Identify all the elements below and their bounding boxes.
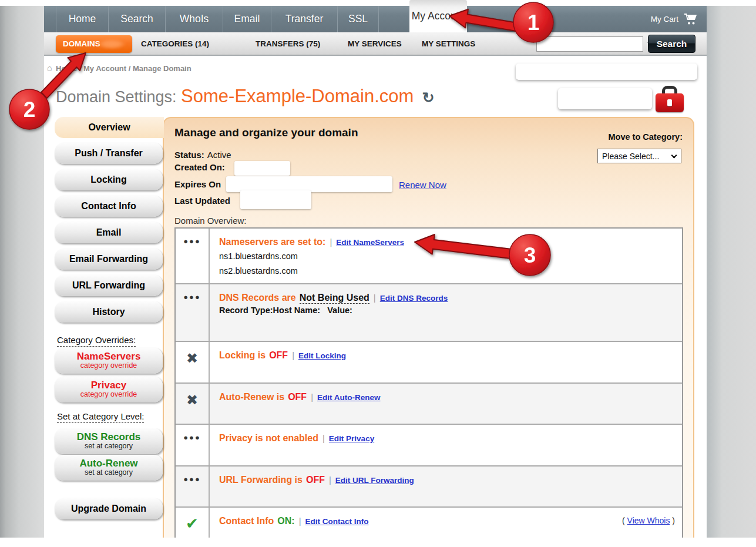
subnav-domains-button[interactable]: DOMAINS — [56, 35, 132, 53]
edit-locking-link[interactable]: Edit Locking — [298, 351, 346, 360]
expires-on-line: Expires On — [174, 179, 221, 189]
sidebar-tab-email-forwarding[interactable]: Email Forwarding — [55, 249, 163, 270]
expires-on-label: Expires On — [174, 179, 221, 189]
redaction-smear — [93, 38, 130, 51]
redacted-expires-date — [226, 176, 392, 192]
row-body: Locking isOFF|Edit Locking — [210, 342, 346, 382]
redacted-box-header — [516, 63, 697, 80]
breadcrumb[interactable]: Home / My Account / Manage Domain — [56, 64, 191, 73]
ellipsis-icon: ●●● — [183, 293, 201, 301]
my-cart-label: My Cart — [651, 15, 678, 24]
subnav-categories[interactable]: CATEGORIES (14) — [141, 32, 209, 56]
sidebar-tab-contact-info[interactable]: Contact Info — [55, 196, 163, 217]
row-title: URL Forwarding is — [219, 475, 303, 485]
renew-now-link[interactable]: Renew Now — [399, 180, 446, 190]
dns-record-columns: Record Type:Host Name: Value: — [219, 306, 448, 315]
top-navigation-bar: Home Search WhoIs Email Transfer SSL My … — [44, 6, 707, 32]
my-cart[interactable]: My Cart — [651, 6, 699, 32]
override-subtitle: category override — [80, 362, 137, 370]
sub-navigation-bar: DOMAINS CATEGORIES (14) TRANSFERS (75) M… — [44, 32, 707, 56]
table-row-privacy: ●●● Privacy is not enabled|Edit Privacy — [176, 425, 682, 467]
sidebar-tab-nameservers-override[interactable]: NameServers category override — [55, 348, 163, 374]
nav-tab-transfer[interactable]: Transfer — [271, 6, 338, 32]
toolbox-icon[interactable] — [656, 86, 684, 112]
table-row-contact-info: ✔ Contact InfoON:|Edit Contact Info ( Vi… — [176, 508, 682, 538]
move-to-category-label: Move to Category: — [609, 132, 683, 142]
last-updated-line: Last Updated — [174, 196, 230, 206]
separator: | — [329, 475, 331, 485]
row-body: Nameservers are set to:|Edit NameServers… — [210, 229, 404, 283]
view-whois-wrapper: ( View Whois ) — [622, 516, 675, 525]
sidebar-tab-email[interactable]: Email — [55, 222, 163, 243]
override-subtitle: category override — [80, 391, 137, 399]
row-title: Privacy is not enabled — [219, 433, 318, 443]
refresh-icon[interactable]: ↻ — [422, 89, 435, 106]
move-to-category-select[interactable]: Please Select... — [597, 149, 681, 163]
view-whois-link[interactable]: View Whois — [627, 516, 670, 525]
nav-tabs: Home Search WhoIs Email Transfer SSL — [56, 6, 379, 32]
category-level-subtitle: set at category — [85, 469, 133, 477]
ellipsis-icon: ●●● — [183, 237, 201, 246]
sidebar-tab-auto-renew-category[interactable]: Auto-Renew set at category — [55, 455, 163, 481]
sidebar-tab-history[interactable]: History — [55, 301, 163, 323]
domain-search-combobox[interactable] — [536, 36, 643, 52]
created-on-line: Created On: — [174, 162, 225, 172]
ellipsis-icon: ●●● — [183, 475, 201, 484]
override-title: Privacy — [91, 380, 127, 391]
row-icon-cell: ●●● — [176, 425, 210, 465]
edit-nameservers-link[interactable]: Edit NameServers — [336, 238, 404, 247]
set-at-category-label: Set at Category Level: — [57, 411, 144, 423]
sidebar-tab-upgrade-domain[interactable]: Upgrade Domain — [55, 498, 163, 519]
row-icon-cell: ●●● — [176, 229, 210, 283]
nav-tab-home[interactable]: Home — [56, 6, 109, 32]
row-body: URL Forwarding isOFF|Edit URL Forwarding — [210, 467, 414, 506]
page-title-prefix: Domain Settings: — [56, 88, 181, 106]
row-title: Locking is — [219, 350, 266, 360]
row-status: OFF — [269, 350, 288, 360]
subnav-my-settings[interactable]: MY SETTINGS — [422, 32, 475, 56]
paren-close: ) — [672, 516, 675, 525]
separator: | — [299, 516, 301, 526]
edit-contact-info-link[interactable]: Edit Contact Info — [305, 517, 369, 526]
home-icon: ⌂ — [47, 63, 52, 72]
nav-tab-ssl[interactable]: SSL — [338, 6, 379, 32]
nav-tab-whois[interactable]: WhoIs — [166, 6, 223, 32]
row-status: OFF — [306, 475, 325, 485]
category-level-title: DNS Records — [77, 432, 141, 442]
edit-url-forwarding-link[interactable]: Edit URL Forwarding — [335, 476, 414, 485]
sidebar-tab-url-forwarding[interactable]: URL Forwarding — [55, 275, 163, 296]
status-label: Status: — [174, 150, 204, 160]
sidebar-tab-overview[interactable]: Overview — [55, 117, 164, 138]
row-icon-cell: ●●● — [176, 284, 210, 341]
paren-open: ( — [622, 516, 625, 525]
ellipsis-icon: ●●● — [183, 433, 201, 442]
domain-search-input[interactable] — [537, 37, 647, 51]
subnav-my-services[interactable]: MY SERVICES — [348, 32, 402, 56]
edit-dns-records-link[interactable]: Edit DNS Records — [380, 294, 448, 303]
page-title-domain: Some-Example-Domain.com — [181, 86, 414, 106]
category-select-value: Please Select... — [602, 152, 659, 161]
nameserver-value: ns2.bluestardns.com — [219, 265, 404, 277]
sidebar-tab-dns-records-category[interactable]: DNS Records set at category — [55, 428, 163, 454]
window-background-left — [0, 6, 44, 538]
status-line: Status:Active — [174, 150, 231, 160]
window-background-right — [707, 6, 756, 538]
domain-overview-label: Domain Overview: — [174, 216, 247, 226]
page: Home Search WhoIs Email Transfer SSL My … — [44, 6, 707, 538]
sidebar-tab-push-transfer[interactable]: Push / Transfer — [55, 143, 163, 164]
nameserver-value: ns1.bluestardns.com — [219, 250, 404, 262]
table-row-auto-renew: ✖ Auto-Renew isOFF|Edit Auto-Renew — [176, 384, 682, 425]
category-overrides-label: Category Overrides: — [57, 335, 136, 347]
override-title: NameServers — [77, 351, 141, 362]
sidebar-tab-locking[interactable]: Locking — [55, 169, 163, 190]
nav-tab-email[interactable]: Email — [223, 6, 271, 32]
edit-privacy-link[interactable]: Edit Privacy — [329, 434, 374, 443]
nav-tab-search[interactable]: Search — [109, 6, 166, 32]
subnav-transfers[interactable]: TRANSFERS (75) — [256, 32, 320, 56]
edit-auto-renew-link[interactable]: Edit Auto-Renew — [317, 393, 381, 402]
nav-tab-my-account-active[interactable]: My Account — [409, 0, 467, 32]
screen: Home Search WhoIs Email Transfer SSL My … — [0, 0, 756, 547]
sidebar-tab-privacy-override[interactable]: Privacy category override — [55, 377, 163, 402]
check-icon: ✔ — [186, 516, 199, 531]
search-button[interactable]: Search — [648, 35, 695, 53]
